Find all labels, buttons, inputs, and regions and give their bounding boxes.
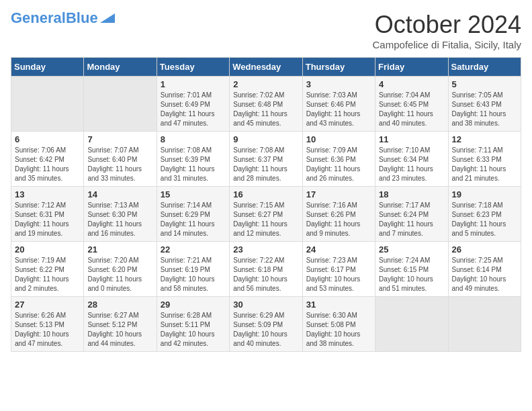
calendar-week-row: 6Sunrise: 7:06 AMSunset: 6:42 PMDaylight… — [11, 132, 521, 187]
day-number: 16 — [233, 189, 298, 199]
logo: GeneralBlue — [11, 11, 115, 26]
calendar-cell: 31Sunrise: 6:30 AMSunset: 5:08 PMDayligh… — [302, 297, 375, 352]
calendar-cell: 16Sunrise: 7:15 AMSunset: 6:27 PMDayligh… — [230, 187, 302, 242]
day-number: 9 — [233, 134, 298, 144]
calendar-cell: 10Sunrise: 7:09 AMSunset: 6:36 PMDayligh… — [302, 132, 375, 187]
day-number: 27 — [15, 300, 80, 310]
logo-text: GeneralBlue — [11, 11, 98, 26]
day-info: Sunrise: 6:30 AMSunset: 5:08 PMDaylight:… — [306, 311, 371, 349]
calendar-cell: 15Sunrise: 7:14 AMSunset: 6:29 PMDayligh… — [157, 187, 229, 242]
calendar-cell: 6Sunrise: 7:06 AMSunset: 6:42 PMDaylight… — [11, 132, 84, 187]
header-day-friday: Friday — [375, 58, 448, 77]
calendar-header-row: SundayMondayTuesdayWednesdayThursdayFrid… — [11, 58, 521, 77]
day-number: 2 — [233, 79, 298, 89]
day-info: Sunrise: 6:26 AMSunset: 5:13 PMDaylight:… — [15, 311, 80, 349]
day-number: 20 — [15, 244, 80, 255]
calendar-cell: 8Sunrise: 7:08 AMSunset: 6:39 PMDaylight… — [157, 132, 229, 187]
calendar-cell: 12Sunrise: 7:11 AMSunset: 6:33 PMDayligh… — [448, 132, 521, 187]
day-info: Sunrise: 7:20 AMSunset: 6:20 PMDaylight:… — [87, 256, 152, 293]
day-number: 19 — [452, 189, 517, 199]
day-info: Sunrise: 7:21 AMSunset: 6:19 PMDaylight:… — [161, 256, 226, 293]
calendar-cell: 13Sunrise: 7:12 AMSunset: 6:31 PMDayligh… — [11, 187, 84, 242]
header-day-tuesday: Tuesday — [157, 58, 229, 77]
calendar-cell: 14Sunrise: 7:13 AMSunset: 6:30 PMDayligh… — [84, 187, 157, 242]
calendar-cell: 22Sunrise: 7:21 AMSunset: 6:19 PMDayligh… — [157, 242, 229, 297]
calendar-cell: 26Sunrise: 7:25 AMSunset: 6:14 PMDayligh… — [448, 242, 521, 297]
calendar-week-row: 13Sunrise: 7:12 AMSunset: 6:31 PMDayligh… — [11, 187, 521, 242]
calendar-cell — [448, 297, 521, 352]
calendar-week-row: 1Sunrise: 7:01 AMSunset: 6:49 PMDaylight… — [11, 77, 521, 132]
header-day-thursday: Thursday — [302, 58, 375, 77]
calendar-cell: 18Sunrise: 7:17 AMSunset: 6:24 PMDayligh… — [375, 187, 448, 242]
day-number: 21 — [87, 244, 152, 255]
calendar-cell: 5Sunrise: 7:05 AMSunset: 6:43 PMDaylight… — [448, 77, 521, 132]
calendar-cell: 4Sunrise: 7:04 AMSunset: 6:45 PMDaylight… — [375, 77, 448, 132]
day-info: Sunrise: 7:08 AMSunset: 6:37 PMDaylight:… — [233, 146, 298, 183]
day-number: 12 — [452, 134, 517, 144]
calendar-cell: 30Sunrise: 6:29 AMSunset: 5:09 PMDayligh… — [230, 297, 302, 352]
day-info: Sunrise: 7:22 AMSunset: 6:18 PMDaylight:… — [233, 256, 298, 293]
day-number: 30 — [233, 300, 298, 310]
calendar-cell: 11Sunrise: 7:10 AMSunset: 6:34 PMDayligh… — [375, 132, 448, 187]
calendar-cell: 20Sunrise: 7:19 AMSunset: 6:22 PMDayligh… — [11, 242, 84, 297]
calendar-cell: 2Sunrise: 7:02 AMSunset: 6:48 PMDaylight… — [230, 77, 302, 132]
day-number: 28 — [87, 300, 152, 310]
day-info: Sunrise: 7:08 AMSunset: 6:39 PMDaylight:… — [161, 146, 226, 183]
header: GeneralBlue October 2024 Campofelice di … — [11, 11, 521, 50]
header-day-wednesday: Wednesday — [230, 58, 302, 77]
day-number: 15 — [161, 189, 226, 199]
day-info: Sunrise: 7:03 AMSunset: 6:46 PMDaylight:… — [306, 91, 371, 128]
day-info: Sunrise: 6:27 AMSunset: 5:12 PMDaylight:… — [87, 311, 152, 349]
calendar-table: SundayMondayTuesdayWednesdayThursdayFrid… — [11, 57, 521, 352]
calendar-cell: 19Sunrise: 7:18 AMSunset: 6:23 PMDayligh… — [448, 187, 521, 242]
day-number: 8 — [161, 134, 226, 144]
day-number: 18 — [379, 189, 444, 199]
day-info: Sunrise: 7:05 AMSunset: 6:43 PMDaylight:… — [452, 91, 517, 128]
day-number: 31 — [306, 300, 371, 310]
day-info: Sunrise: 7:25 AMSunset: 6:14 PMDaylight:… — [452, 256, 517, 293]
calendar-cell: 7Sunrise: 7:07 AMSunset: 6:40 PMDaylight… — [84, 132, 157, 187]
logo-icon — [100, 13, 115, 23]
calendar-cell: 3Sunrise: 7:03 AMSunset: 6:46 PMDaylight… — [302, 77, 375, 132]
day-info: Sunrise: 7:02 AMSunset: 6:48 PMDaylight:… — [233, 91, 298, 128]
header-day-sunday: Sunday — [11, 58, 84, 77]
day-number: 23 — [233, 244, 298, 255]
calendar-cell — [84, 77, 157, 132]
calendar-cell: 1Sunrise: 7:01 AMSunset: 6:49 PMDaylight… — [157, 77, 229, 132]
calendar-cell: 21Sunrise: 7:20 AMSunset: 6:20 PMDayligh… — [84, 242, 157, 297]
day-number: 7 — [87, 134, 152, 144]
calendar-cell: 25Sunrise: 7:24 AMSunset: 6:15 PMDayligh… — [375, 242, 448, 297]
day-number: 3 — [306, 79, 371, 89]
day-number: 5 — [452, 79, 517, 89]
header-day-saturday: Saturday — [448, 58, 521, 77]
header-day-monday: Monday — [84, 58, 157, 77]
day-number: 22 — [161, 244, 226, 255]
day-info: Sunrise: 7:07 AMSunset: 6:40 PMDaylight:… — [87, 146, 152, 183]
day-info: Sunrise: 7:23 AMSunset: 6:17 PMDaylight:… — [306, 256, 371, 293]
title-area: October 2024 Campofelice di Fitalia, Sic… — [373, 11, 521, 50]
day-number: 29 — [161, 300, 226, 310]
calendar-week-row: 27Sunrise: 6:26 AMSunset: 5:13 PMDayligh… — [11, 297, 521, 352]
day-number: 11 — [379, 134, 444, 144]
svg-marker-0 — [100, 13, 115, 23]
day-info: Sunrise: 7:10 AMSunset: 6:34 PMDaylight:… — [379, 146, 444, 183]
day-info: Sunrise: 6:29 AMSunset: 5:09 PMDaylight:… — [233, 311, 298, 349]
day-info: Sunrise: 7:13 AMSunset: 6:30 PMDaylight:… — [87, 201, 152, 238]
day-info: Sunrise: 7:04 AMSunset: 6:45 PMDaylight:… — [379, 91, 444, 128]
day-info: Sunrise: 7:24 AMSunset: 6:15 PMDaylight:… — [379, 256, 444, 293]
day-info: Sunrise: 7:11 AMSunset: 6:33 PMDaylight:… — [452, 146, 517, 183]
day-number: 17 — [306, 189, 371, 199]
day-number: 1 — [161, 79, 226, 89]
day-info: Sunrise: 7:01 AMSunset: 6:49 PMDaylight:… — [161, 91, 226, 128]
day-info: Sunrise: 7:15 AMSunset: 6:27 PMDaylight:… — [233, 201, 298, 238]
calendar-cell: 17Sunrise: 7:16 AMSunset: 6:26 PMDayligh… — [302, 187, 375, 242]
day-info: Sunrise: 7:06 AMSunset: 6:42 PMDaylight:… — [15, 146, 80, 183]
calendar-cell: 24Sunrise: 7:23 AMSunset: 6:17 PMDayligh… — [302, 242, 375, 297]
day-info: Sunrise: 7:18 AMSunset: 6:23 PMDaylight:… — [452, 201, 517, 238]
day-number: 6 — [15, 134, 80, 144]
day-number: 24 — [306, 244, 371, 255]
day-number: 10 — [306, 134, 371, 144]
day-info: Sunrise: 7:12 AMSunset: 6:31 PMDaylight:… — [15, 201, 80, 238]
day-number: 14 — [87, 189, 152, 199]
location-title: Campofelice di Fitalia, Sicily, Italy — [373, 39, 521, 50]
